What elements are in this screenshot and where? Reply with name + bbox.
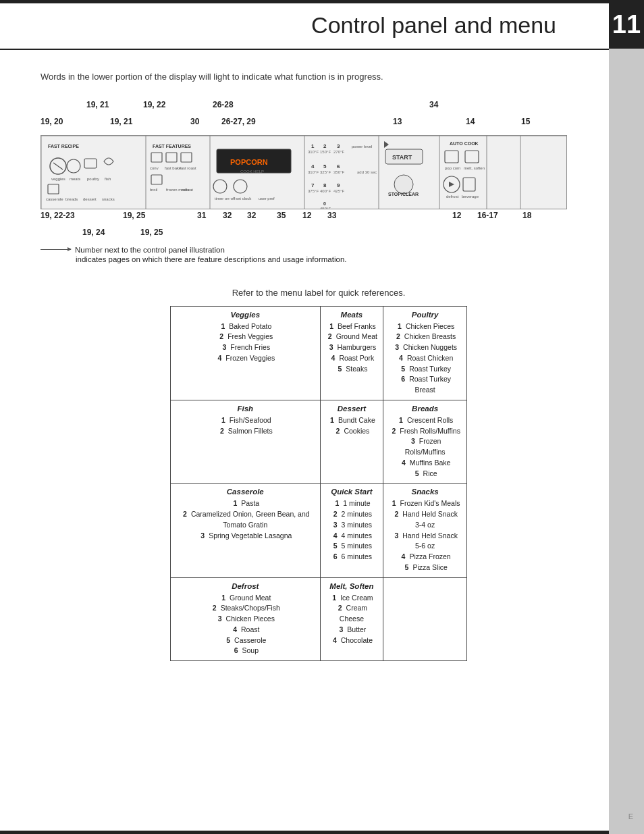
menu-table: Veggies 1 Baked Potato 2 Fresh Veggies 3… — [170, 306, 467, 662]
list-item: 2 Fresh Veggies — [176, 332, 315, 342]
list-item: 1 Baked Potato — [176, 321, 315, 332]
fish-cell: Fish 1 Fish/Seafood 2 Salmon Fillets — [171, 400, 321, 484]
list-item: 2 Steaks/Chops/Fish — [176, 603, 315, 614]
svg-text:START: START — [392, 154, 412, 161]
svg-point-66 — [394, 175, 413, 194]
snacks-list: 1 Frozen Kid's Meals 2 Hand Held Snack 3… — [389, 498, 461, 573]
list-item: 4 Pizza Frozen — [389, 552, 461, 563]
svg-text:poultry: poultry — [87, 177, 99, 181]
label-19-24: 19, 24 — [82, 228, 105, 237]
bottom-labels-row1: 19, 22-23 19, 25 31 32 32 35 12 33 12 16… — [41, 211, 567, 227]
defrost-cell: Defrost 1 Ground Meat 2 Steaks/Chops/Fis… — [171, 577, 321, 661]
breads-header: Breads — [389, 405, 461, 414]
menu-label-title: Refer to the menu label for quick refere… — [41, 288, 597, 298]
menu-row-4: Defrost 1 Ground Meat 2 Steaks/Chops/Fis… — [171, 577, 467, 661]
svg-text:270°F: 270°F — [333, 150, 344, 154]
casserole-list: 1 Pasta 2 Caramelized Onion, Green Bean,… — [176, 498, 315, 541]
list-item: 3 Chicken Nuggets — [389, 342, 461, 353]
list-item: 4 Roast — [176, 625, 315, 635]
diagram-wrapper: 19, 21 19, 22 26-28 34 19, 20 19, 21 30 … — [41, 100, 567, 242]
svg-text:meats: meats — [70, 177, 80, 181]
list-item: 5 Roast Turkey — [389, 364, 461, 375]
list-item: 1 Fish/Seafood — [176, 415, 315, 426]
svg-text:set clock: set clock — [236, 197, 252, 201]
label-30: 30 — [190, 117, 199, 126]
dessert-list: 1 Bundt Cake 2 Cookies — [326, 415, 378, 437]
label-19-21-top: 19, 21 — [86, 100, 109, 109]
breads-cell: Breads 1 Crescent Rolls 2 Fresh Rolls/Mu… — [383, 400, 467, 484]
svg-text:4: 4 — [311, 163, 315, 170]
veggies-list: 1 Baked Potato 2 Fresh Veggies 3 French … — [176, 321, 315, 364]
svg-text:450°F: 450°F — [320, 207, 331, 209]
list-item: 2 Cream Cheese — [326, 603, 378, 625]
svg-text:0: 0 — [323, 201, 326, 206]
list-item: 3 3 minutes — [326, 520, 378, 531]
label-32-a: 32 — [223, 211, 232, 220]
label-26-27-29: 26-27, 29 — [221, 117, 256, 126]
label-16-17: 16-17 — [477, 211, 498, 220]
list-item: 3 Hamburgers — [326, 342, 378, 353]
list-item: 1 Chicken Pieces — [389, 321, 461, 332]
list-item: 5 Pizza Slice — [389, 563, 461, 573]
label-19-25-bot1: 19, 25 — [123, 211, 145, 220]
svg-text:5: 5 — [323, 163, 327, 170]
poultry-list: 1 Chicken Pieces 2 Chicken Breasts 3 Chi… — [389, 321, 461, 396]
ref-line: Number next to the control panel illustr… — [41, 246, 597, 254]
top-labels-row2: 19, 20 19, 21 30 26-27, 29 13 14 15 — [41, 117, 567, 134]
menu-row-3: Casserole 1 Pasta 2 Caramelized Onion, G… — [171, 484, 467, 577]
svg-text:melt, soften: melt, soften — [464, 166, 485, 170]
svg-text:casserole: casserole — [46, 197, 63, 201]
svg-text:breads: breads — [65, 197, 78, 201]
svg-text:POPCORN: POPCORN — [230, 158, 268, 166]
list-item: 2 Cookies — [326, 426, 378, 437]
svg-text:beverage: beverage — [462, 194, 479, 199]
list-item: 1 Bundt Cake — [326, 415, 378, 426]
list-item: 3 Hand Held Snack 5-6 oz — [389, 531, 461, 552]
casserole-cell: Casserole 1 Pasta 2 Caramelized Onion, G… — [171, 484, 321, 577]
snacks-header: Snacks — [389, 488, 461, 497]
fish-header: Fish — [176, 405, 315, 414]
dessert-header: Dessert — [326, 405, 378, 414]
label-13-top: 13 — [393, 117, 402, 126]
top-bar — [0, 0, 609, 3]
empty-cell — [383, 577, 467, 661]
svg-text:fast roast: fast roast — [180, 166, 196, 170]
diagram-area: 19, 21 19, 22 26-28 34 19, 20 19, 21 30 … — [41, 100, 597, 263]
list-item: 1 1 minute — [326, 498, 378, 509]
svg-text:375°F: 375°F — [308, 189, 319, 193]
defrost-list: 1 Ground Meat 2 Steaks/Chops/Fish 3 Chic… — [176, 593, 315, 657]
svg-text:FAST RECIPE: FAST RECIPE — [48, 144, 79, 149]
svg-text:325°F: 325°F — [320, 170, 331, 174]
bottom-bar — [0, 831, 609, 834]
svg-text:2: 2 — [323, 143, 327, 149]
list-item: 1 Pasta — [176, 498, 315, 509]
svg-text:310°F: 310°F — [308, 150, 319, 154]
meats-list: 1 Beef Franks 2 Ground Meat 3 Hamburgers… — [326, 321, 378, 375]
quickstart-list: 1 1 minute 2 2 minutes 3 3 minutes 4 4 m… — [326, 498, 378, 563]
svg-text:power level: power level — [352, 145, 372, 149]
list-item: 6 6 minutes — [326, 552, 378, 563]
label-19-22-23: 19, 22-23 — [41, 211, 75, 220]
ref-text: Number next to the control panel illustr… — [75, 246, 225, 254]
breads-list: 1 Crescent Rolls 2 Fresh Rolls/Muffins 3… — [389, 415, 461, 479]
list-item: 4 Roast Pork — [326, 353, 378, 364]
svg-text:user pref: user pref — [259, 197, 275, 201]
list-item: 3 Spring Vegetable Lasagna — [176, 531, 315, 542]
label-19-22: 19, 22 — [143, 100, 165, 109]
quickstart-cell: Quick Start 1 1 minute 2 2 minutes 3 3 m… — [320, 484, 383, 577]
label-19-25-bot2: 19, 25 — [140, 228, 163, 237]
list-item: 1 Crescent Rolls — [389, 415, 461, 426]
list-item: 4 Muffins Bake — [389, 458, 461, 469]
indicates-text: indicates pages on which there are featu… — [76, 255, 597, 263]
list-item: 1 Ground Meat — [176, 593, 315, 604]
svg-text:STOP/CLEAR: STOP/CLEAR — [388, 192, 419, 197]
label-35: 35 — [277, 211, 286, 220]
list-item: 2 Fresh Rolls/Muffins — [389, 426, 461, 437]
label-33: 33 — [327, 211, 336, 220]
veggies-cell: Veggies 1 Baked Potato 2 Fresh Veggies 3… — [171, 306, 321, 400]
menu-label-section: Refer to the menu label for quick refere… — [41, 288, 597, 662]
page-number: 11 — [609, 0, 644, 49]
svg-text:add 30 sec: add 30 sec — [357, 170, 377, 174]
title-divider — [0, 49, 609, 50]
list-item: 6 Soup — [176, 646, 315, 656]
